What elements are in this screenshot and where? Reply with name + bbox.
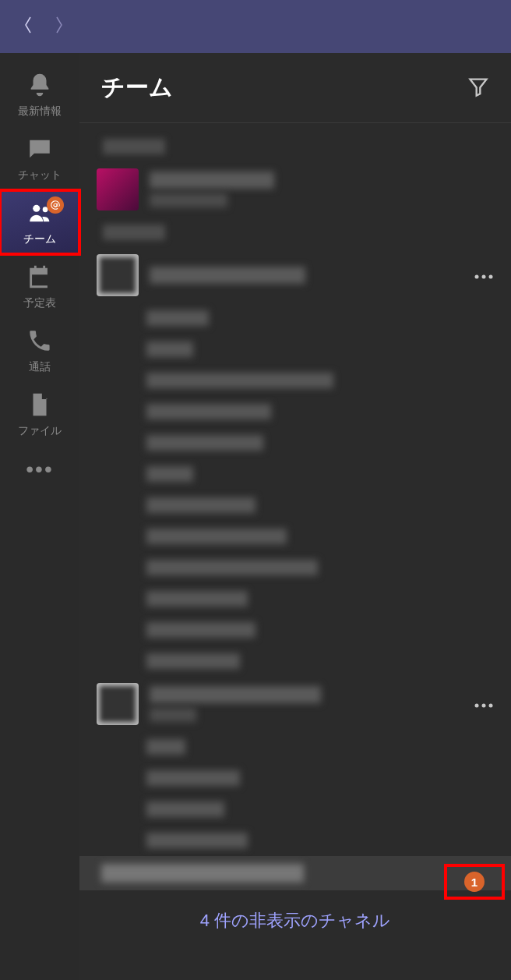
page-title: チーム — [101, 72, 173, 104]
team-avatar — [97, 168, 139, 211]
filter-button[interactable] — [467, 76, 489, 101]
channel-item[interactable] — [79, 396, 511, 427]
calendar-icon — [26, 264, 53, 293]
channel-item[interactable] — [79, 365, 511, 396]
channel-item[interactable] — [79, 614, 511, 646]
rail-chat-label: チャット — [18, 168, 62, 182]
team-avatar — [97, 254, 139, 296]
channel-item[interactable] — [79, 490, 511, 521]
channel-item[interactable] — [79, 825, 511, 856]
svg-marker-2 — [470, 79, 487, 95]
mention-badge — [47, 196, 64, 214]
team-avatar — [97, 683, 139, 725]
team-name — [150, 686, 463, 722]
team-row[interactable] — [79, 162, 511, 217]
svg-point-5 — [489, 275, 493, 279]
titlebar — [0, 0, 511, 53]
section-label — [79, 131, 511, 162]
team-more-button[interactable] — [474, 697, 494, 711]
svg-point-7 — [482, 704, 486, 708]
nav-forward-button[interactable] — [53, 14, 65, 39]
bell-icon — [26, 72, 53, 101]
svg-point-0 — [33, 205, 40, 212]
channel-item[interactable] — [79, 458, 511, 490]
channel-item[interactable] — [79, 521, 511, 552]
svg-point-4 — [482, 275, 486, 279]
section-label — [79, 217, 511, 248]
team-more-button[interactable] — [474, 268, 494, 282]
rail-teams-label: チーム — [23, 232, 56, 246]
team-row[interactable] — [79, 677, 511, 731]
rail-calls-label: 通話 — [29, 360, 51, 374]
svg-point-8 — [489, 704, 493, 708]
team-row[interactable] — [79, 248, 511, 302]
rail-calls[interactable]: 通話 — [0, 318, 79, 382]
rail-teams[interactable]: チーム — [0, 190, 79, 254]
rail-calendar-label: 予定表 — [23, 296, 56, 310]
chat-icon — [26, 136, 53, 165]
team-name — [150, 267, 463, 284]
teams-list: 1 4 件の非表示のチャネル — [79, 123, 511, 980]
rail-activity[interactable]: 最新情報 — [0, 62, 79, 126]
rail-more-button[interactable]: ••• — [0, 446, 79, 493]
channel-item[interactable] — [79, 427, 511, 458]
main-panel: チーム — [79, 53, 511, 980]
unread-badge: 1 — [464, 872, 485, 892]
rail-files-label: ファイル — [18, 424, 62, 438]
channel-item[interactable]: 1 — [79, 856, 511, 890]
channel-item[interactable] — [79, 794, 511, 825]
rail-chat[interactable]: チャット — [0, 126, 79, 190]
channel-item[interactable] — [79, 334, 511, 365]
rail-calendar[interactable]: 予定表 — [0, 254, 79, 318]
nav-back-button[interactable] — [22, 14, 34, 39]
team-name — [150, 172, 494, 207]
channel-item[interactable] — [79, 646, 511, 677]
svg-point-6 — [475, 704, 479, 708]
file-icon — [26, 391, 53, 421]
channel-item[interactable] — [79, 762, 511, 794]
panel-header: チーム — [79, 53, 511, 122]
channel-item[interactable] — [79, 552, 511, 583]
channel-item[interactable] — [79, 731, 511, 762]
rail-activity-label: 最新情報 — [18, 104, 62, 119]
filter-icon — [467, 87, 489, 100]
badge-highlight-box: 1 — [444, 864, 505, 900]
svg-point-3 — [475, 275, 479, 279]
phone-icon — [26, 327, 53, 357]
app-rail: 最新情報 チャット チーム 予定表 — [0, 53, 79, 980]
channel-item[interactable] — [79, 583, 511, 614]
channel-item[interactable] — [79, 302, 511, 334]
rail-files[interactable]: ファイル — [0, 382, 79, 446]
